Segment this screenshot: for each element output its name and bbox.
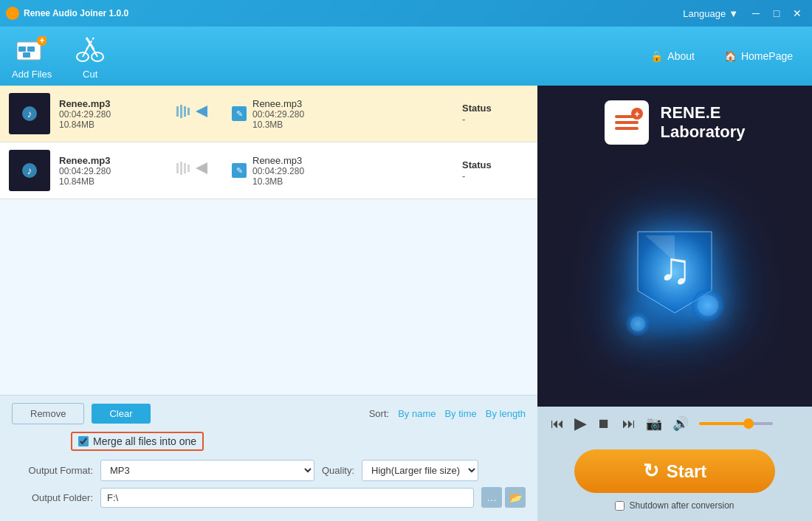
brand-area: + RENE.E Laboratory [537, 86, 812, 159]
add-files-icon: + [16, 33, 48, 66]
svg-rect-18 [187, 108, 190, 115]
music-preview-icon: ♫ [593, 210, 756, 357]
output-name: Renee.mp3 [252, 98, 453, 109]
output-info-inner: Renee.mp3 00:04:29.280 10.3MB [252, 155, 453, 187]
output-info: ✎ Renee.mp3 00:04:29.280 10.3MB [232, 98, 453, 130]
app-title: 🔆 Renee Audio Joiner 1.0.0 [6, 7, 683, 20]
output-info: ✎ Renee.mp3 00:04:29.280 10.3MB [232, 155, 453, 187]
app-logo-icon: 🔆 [6, 7, 19, 20]
add-files-label: Add Files [12, 69, 52, 80]
sort-label: Sort: [369, 408, 389, 419]
svg-rect-15 [176, 106, 179, 117]
output-folder-input[interactable] [100, 488, 474, 508]
svg-rect-24 [180, 162, 182, 175]
status-value: - [462, 114, 529, 125]
preview-area: ♫ [537, 159, 812, 407]
file-info: Renee.mp3 00:04:29.280 10.84MB [59, 155, 155, 187]
status-value: - [462, 170, 529, 182]
file-duration: 00:04:29.280 [59, 109, 155, 120]
language-selector[interactable]: Language ▼ [683, 8, 738, 19]
arrow-icon [175, 159, 212, 182]
arrow-area [164, 102, 223, 125]
about-icon: 🔒 [650, 50, 663, 62]
sort-by-time[interactable]: By time [444, 408, 476, 419]
merge-row: Merge all files into one [12, 432, 526, 451]
svg-rect-2 [27, 46, 35, 52]
status-label: Status [462, 103, 529, 114]
svg-rect-1 [18, 46, 26, 52]
volume-slider[interactable] [699, 422, 773, 425]
table-row[interactable]: ♪ Renee.mp3 00:04:29.280 10.84MB [0, 142, 537, 199]
shutdown-checkbox[interactable] [615, 501, 625, 511]
arrow-icon [175, 102, 212, 125]
output-format-row: Output Format: MP3 WAV AAC FLAC OGG Qual… [12, 460, 526, 481]
file-thumbnail: ♪ [9, 93, 50, 134]
language-dropdown-icon[interactable]: ▼ [729, 8, 738, 19]
homepage-icon: 🏠 [724, 50, 737, 62]
edit-icon[interactable]: ✎ [232, 163, 247, 178]
output-format-select[interactable]: MP3 WAV AAC FLAC OGG [100, 460, 314, 481]
camera-button[interactable]: 📷 [646, 415, 662, 432]
add-files-button[interactable]: + Add Files [12, 33, 52, 80]
svg-text:+: + [40, 36, 45, 46]
file-list: ♪ Renee.mp3 00:04:29.280 10.84MB [0, 86, 537, 395]
svg-rect-3 [23, 52, 30, 58]
merge-checkbox-wrapper: Merge all files into one [71, 432, 204, 451]
merge-label: Merge all files into one [93, 435, 196, 447]
sort-by-name[interactable]: By name [398, 408, 436, 419]
right-panel: + RENE.E Laboratory [537, 86, 812, 521]
svg-text:♪: ♪ [27, 165, 32, 176]
file-info: Renee.mp3 00:04:29.280 10.84MB [59, 98, 155, 130]
shutdown-label: Shutdown after conversion [629, 500, 734, 511]
file-duration: 00:04:29.280 [59, 166, 155, 176]
svg-text:♪: ♪ [27, 108, 32, 120]
maximize-button[interactable]: □ [768, 4, 785, 22]
play-button[interactable]: ▶ [574, 414, 587, 433]
homepage-button[interactable]: 🏠 HomePage [717, 46, 800, 66]
sort-by-length[interactable]: By length [486, 408, 526, 419]
output-format-label: Output Format: [12, 465, 93, 476]
folder-buttons: … 📂 [481, 487, 526, 508]
close-button[interactable]: ✕ [788, 4, 806, 22]
brand-name-line2: Laboratory [661, 123, 746, 142]
shutdown-row: Shutdown after conversion [615, 500, 734, 511]
stop-button[interactable]: ⏹ [596, 415, 612, 433]
output-duration: 00:04:29.280 [252, 109, 453, 120]
bottom-controls: Remove Clear Sort: By name By time By le… [0, 395, 537, 521]
output-size: 10.3MB [252, 176, 453, 187]
about-button[interactable]: 🔒 About [643, 46, 702, 66]
skip-back-button[interactable]: ⏮ [549, 415, 565, 433]
open-folder-button[interactable]: 📂 [505, 487, 526, 508]
cut-label: Cut [83, 69, 97, 80]
titlebar: 🔆 Renee Audio Joiner 1.0.0 Language ▼ ─ … [0, 0, 812, 27]
start-button[interactable]: ↻ Start [574, 449, 775, 493]
table-row[interactable]: ♪ Renee.mp3 00:04:29.280 10.84MB [0, 86, 537, 142]
svg-rect-26 [187, 165, 190, 172]
skip-forward-button[interactable]: ⏭ [621, 415, 637, 433]
main-container: ♪ Renee.mp3 00:04:29.280 10.84MB [0, 86, 812, 521]
quality-select[interactable]: High(Larger file size) Medium Low [362, 460, 478, 481]
svg-rect-25 [184, 163, 186, 173]
remove-button[interactable]: Remove [12, 403, 84, 424]
browse-folder-button[interactable]: … [481, 487, 502, 508]
svg-rect-30 [615, 121, 639, 124]
start-icon: ↻ [643, 460, 659, 483]
arrow-area [164, 159, 223, 182]
file-size: 10.84MB [59, 120, 155, 130]
start-label: Start [667, 461, 707, 482]
cut-button[interactable]: Cut [74, 33, 106, 80]
clear-button[interactable]: Clear [92, 404, 150, 424]
status-area: Status - [462, 159, 529, 182]
status-area: Status - [462, 103, 529, 125]
file-name: Renee.mp3 [59, 155, 155, 166]
volume-icon: 🔊 [671, 414, 690, 433]
player-section: ⏮ ▶ ⏹ ⏭ 📷 🔊 [537, 407, 812, 441]
output-info-inner: Renee.mp3 00:04:29.280 10.3MB [252, 98, 453, 130]
edit-icon[interactable]: ✎ [232, 106, 247, 121]
output-size: 10.3MB [252, 120, 453, 130]
language-label: Language [683, 8, 726, 19]
minimize-button[interactable]: ─ [747, 4, 765, 22]
svg-point-39 [698, 295, 718, 316]
merge-checkbox[interactable] [78, 436, 89, 446]
file-size: 10.84MB [59, 176, 155, 187]
